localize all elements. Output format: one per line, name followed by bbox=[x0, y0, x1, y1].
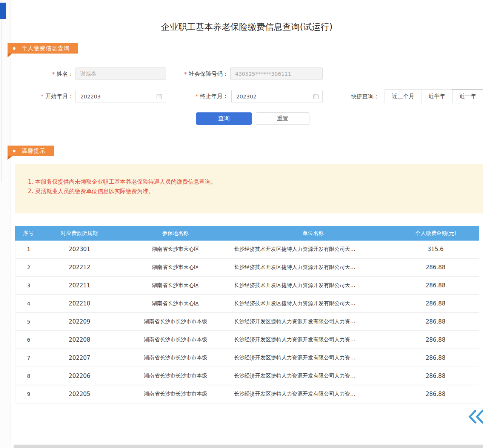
table-header-row: 序号对应费款所属期参保地名称单位名称个人缴费金额(元) bbox=[15, 226, 479, 241]
table-cell: 315.6 bbox=[392, 246, 479, 253]
end-month-field[interactable] bbox=[231, 90, 323, 103]
bullet-dot-icon bbox=[13, 47, 15, 50]
sidebar-tab[interactable] bbox=[0, 3, 6, 19]
end-month-input[interactable] bbox=[232, 94, 313, 100]
table-cell: 202206 bbox=[42, 373, 117, 379]
table-cell: 长沙经济技术开发区捷特人力资源开发有限公司天… bbox=[234, 246, 392, 253]
end-month-label: *终止年月： bbox=[166, 90, 228, 103]
notice-lines: 1. 本服务仅提供尚未领取企业职工基本养老保险待遇人员的缴费信息查询。2. 灵活… bbox=[28, 177, 475, 196]
card-left-border bbox=[11, 0, 11, 445]
table-row: 5202209湖南省长沙市长沙市市本级长沙经济开发区捷特人力资源开发有限公司人力… bbox=[15, 313, 479, 331]
table-row: 7202207湖南省长沙市长沙市市本级长沙经济开发区捷特人力资源开发有限公司人力… bbox=[15, 349, 479, 367]
table-cell: 286.88 bbox=[392, 373, 479, 379]
required-asterisk: * bbox=[195, 93, 198, 99]
table-header-cell: 参保地名称 bbox=[117, 230, 234, 237]
quick-query-button[interactable]: 近三个月 bbox=[385, 89, 421, 103]
quick-query-buttons: 近三个月近半年近一年 bbox=[385, 89, 483, 103]
ssn-label: *社会保障号码： bbox=[166, 68, 228, 80]
notice-line: 2. 灵活就业人员的缴费单位信息以实际缴费为准。 bbox=[28, 187, 475, 196]
gutter-divider bbox=[2, 0, 2, 182]
table-cell: 湖南省长沙市天心区 bbox=[117, 300, 234, 307]
table-cell: 长沙经济开发区捷特人力资源开发有限公司人力资… bbox=[234, 318, 392, 325]
table-cell: 286.88 bbox=[392, 282, 479, 289]
table-cell: 5 bbox=[15, 319, 42, 325]
table-header-cell: 对应费款所属期 bbox=[42, 230, 117, 237]
table-cell: 1 bbox=[15, 246, 42, 252]
required-asterisk: * bbox=[52, 71, 55, 77]
table-header-cell: 序号 bbox=[15, 230, 42, 237]
table-row: 9202205湖南省长沙市长沙市市本级长沙经济开发区捷特人力资源开发有限公司人力… bbox=[15, 385, 479, 404]
table-cell: 8 bbox=[15, 373, 42, 379]
table-cell: 286.88 bbox=[392, 300, 479, 307]
table-cell: 286.88 bbox=[392, 318, 479, 325]
quick-query-button[interactable]: 近半年 bbox=[421, 89, 452, 103]
calendar-icon[interactable] bbox=[156, 94, 162, 100]
table-row: 6202208湖南省长沙市长沙市市本级长沙经济开发区捷特人力资源开发有限公司人力… bbox=[15, 331, 479, 349]
table-cell: 202212 bbox=[42, 264, 117, 271]
table-cell: 286.88 bbox=[392, 264, 479, 271]
required-asterisk: * bbox=[41, 93, 43, 99]
table-header-cell: 单位名称 bbox=[234, 230, 392, 237]
table-cell: 湖南省长沙市长沙市市本级 bbox=[117, 354, 234, 361]
name-label: *姓名： bbox=[26, 68, 74, 80]
table-row: 2202212湖南省长沙市天心区长沙经济技术开发区捷特人力资源开发有限公司天…2… bbox=[15, 259, 479, 277]
table-row: 3202211湖南省长沙市天心区长沙经济技术开发区捷特人力资源开发有限公司天…2… bbox=[15, 277, 479, 295]
table-cell: 2 bbox=[15, 264, 42, 270]
table-header-cell: 个人缴费金额(元) bbox=[392, 230, 479, 237]
table-cell: 286.88 bbox=[392, 336, 479, 343]
table-cell: 202210 bbox=[42, 300, 117, 307]
calendar-icon[interactable] bbox=[313, 94, 319, 100]
table-cell: 长沙经济技术开发区捷特人力资源开发有限公司天… bbox=[234, 300, 392, 307]
table-cell: 湖南省长沙市长沙市市本级 bbox=[117, 391, 234, 397]
results-table: 序号对应费款所属期参保地名称单位名称个人缴费金额(元) 1202301湖南省长沙… bbox=[15, 226, 479, 404]
table-cell: 286.88 bbox=[392, 354, 479, 361]
table-cell: 湖南省长沙市长沙市市本级 bbox=[117, 336, 234, 343]
query-button[interactable]: 查询 bbox=[196, 112, 252, 125]
table-cell: 202209 bbox=[42, 318, 117, 325]
notice-line: 1. 本服务仅提供尚未领取企业职工基本养老保险待遇人员的缴费信息查询。 bbox=[28, 177, 475, 187]
section-badge-personal-query: 个人缴费信息查询 bbox=[8, 43, 78, 54]
table-cell: 湖南省长沙市长沙市市本级 bbox=[117, 373, 234, 379]
start-month-input[interactable] bbox=[76, 94, 156, 100]
table-row: 4202210湖南省长沙市天心区长沙经济技术开发区捷特人力资源开发有限公司天…2… bbox=[15, 295, 479, 313]
chevron-double-left-icon[interactable] bbox=[467, 409, 483, 425]
table-cell: 3 bbox=[15, 282, 42, 288]
table-cell: 长沙经济开发区捷特人力资源开发有限公司人力资… bbox=[234, 336, 392, 343]
table-cell: 湖南省长沙市天心区 bbox=[117, 246, 234, 253]
table-cell: 9 bbox=[15, 391, 42, 397]
table-cell: 202208 bbox=[42, 336, 117, 343]
table-cell: 6 bbox=[15, 337, 42, 343]
bottom-scrollbar-track[interactable] bbox=[14, 445, 483, 448]
table-cell: 7 bbox=[15, 355, 42, 361]
table-body: 1202301湖南省长沙市天心区长沙经济技术开发区捷特人力资源开发有限公司天…3… bbox=[15, 241, 479, 404]
name-input bbox=[75, 68, 166, 80]
table-cell: 湖南省长沙市天心区 bbox=[117, 282, 234, 289]
table-cell: 202205 bbox=[42, 391, 117, 397]
bullet-dot-icon bbox=[13, 150, 15, 152]
table-row: 1202301湖南省长沙市天心区长沙经济技术开发区捷特人力资源开发有限公司天…3… bbox=[15, 241, 479, 259]
quick-query-label: 快捷查询： bbox=[351, 90, 379, 103]
section-badge-tips: 温馨提示 bbox=[8, 146, 54, 156]
table-cell: 202207 bbox=[42, 354, 117, 361]
ssn-input bbox=[230, 68, 323, 80]
start-month-field[interactable] bbox=[75, 90, 166, 103]
table-cell: 湖南省长沙市天心区 bbox=[117, 264, 234, 271]
start-month-label: *开始年月： bbox=[26, 90, 74, 103]
reset-button[interactable]: 重置 bbox=[256, 112, 309, 125]
table-cell: 长沙经济技术开发区捷特人力资源开发有限公司天… bbox=[234, 282, 392, 289]
table-cell: 202211 bbox=[42, 282, 117, 289]
section-badge-label: 温馨提示 bbox=[22, 147, 46, 155]
quick-query-button[interactable]: 近一年 bbox=[452, 89, 483, 103]
section-badge-label: 个人缴费信息查询 bbox=[22, 45, 70, 52]
table-row: 8202206湖南省长沙市长沙市市本级长沙经济开发区捷特人力资源开发有限公司人力… bbox=[15, 367, 479, 385]
table-cell: 长沙经济开发区捷特人力资源开发有限公司人力资… bbox=[234, 354, 392, 361]
page-title: 企业职工基本养老保险缴费信息查询(试运行) bbox=[11, 21, 483, 33]
required-asterisk: * bbox=[184, 71, 187, 77]
notice-box: 1. 本服务仅提供尚未领取企业职工基本养老保险待遇人员的缴费信息查询。2. 灵活… bbox=[15, 164, 483, 213]
table-cell: 286.88 bbox=[392, 391, 479, 397]
table-cell: 202301 bbox=[42, 246, 117, 253]
table-cell: 长沙经济开发区捷特人力资源开发有限公司人力资… bbox=[234, 373, 392, 379]
table-cell: 长沙经济开发区捷特人力资源开发有限公司人力资… bbox=[234, 391, 392, 397]
table-cell: 湖南省长沙市长沙市市本级 bbox=[117, 318, 234, 325]
table-cell: 长沙经济技术开发区捷特人力资源开发有限公司天… bbox=[234, 264, 392, 271]
